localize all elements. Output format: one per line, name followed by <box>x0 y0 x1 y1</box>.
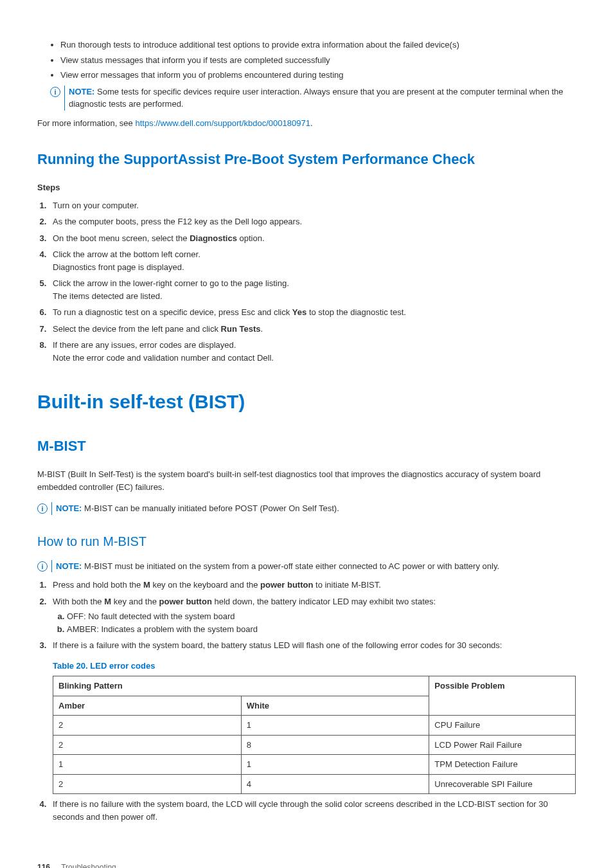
note-label: NOTE: <box>56 561 82 571</box>
step-text: option. <box>237 233 265 243</box>
cell-problem: CPU Failure <box>429 716 576 736</box>
col-problem: Possible Problem <box>429 676 576 716</box>
support-link[interactable]: https://www.dell.com/support/kbdoc/00018… <box>135 118 310 128</box>
step-text: With both the <box>53 597 104 606</box>
step-text: key and the <box>111 597 159 606</box>
step-text: Press and hold both the <box>53 580 143 590</box>
step-item: Press and hold both the M key on the key… <box>49 579 576 592</box>
more-info-suffix: . <box>310 118 313 128</box>
note-callout: i NOTE: M-BIST must be initiated on the … <box>37 560 576 573</box>
note-body: NOTE: M-BIST can be manually initiated b… <box>51 502 339 515</box>
list-item: Run thorough tests to introduce addition… <box>60 39 576 51</box>
step-item: If there is a failure with the system bo… <box>49 639 576 794</box>
step-item: If there is no failure with the system b… <box>49 798 576 823</box>
page-number: 116 <box>37 863 50 868</box>
info-icon: i <box>37 561 48 572</box>
footer-section: Troubleshooting <box>61 863 116 868</box>
note-label: NOTE: <box>69 87 94 96</box>
cell-problem: TPM Detection Failure <box>429 755 576 775</box>
intro-bullet-list: Run thorough tests to introduce addition… <box>37 39 576 82</box>
step-bold: Yes <box>292 307 306 317</box>
step-item: Click the arrow in the lower-right corne… <box>49 277 576 302</box>
table-row: 1 1 TPM Detection Failure <box>53 755 576 775</box>
step-extra: Note the error code and validation numbe… <box>53 353 274 363</box>
cell-white: 8 <box>241 735 429 755</box>
step-item: Turn on your computer. <box>49 199 576 212</box>
sub-step: AMBER: Indicates a problem with the syst… <box>67 623 576 636</box>
step-item: On the boot menu screen, select the Diag… <box>49 232 576 245</box>
note-text: M-BIST must be initiated on the system f… <box>82 561 499 571</box>
step-extra: Diagnostics front page is displayed. <box>53 262 184 272</box>
step-text: to initiate M-BIST. <box>313 580 380 590</box>
col-amber: Amber <box>53 696 242 716</box>
cell-white: 1 <box>241 755 429 775</box>
note-callout: i NOTE: M-BIST can be manually initiated… <box>37 502 576 515</box>
col-blinking: Blinking Pattern <box>53 676 429 696</box>
step-text: . <box>260 324 263 334</box>
step-bold: power button <box>260 580 313 590</box>
step-text: Click the arrow at the bottom left corne… <box>53 249 200 259</box>
info-icon: i <box>37 503 48 514</box>
table-header-row: Blinking Pattern Possible Problem <box>53 676 576 696</box>
step-text: Click the arrow in the lower-right corne… <box>53 278 289 288</box>
cell-problem: LCD Power Rail Failure <box>429 735 576 755</box>
note-callout: i NOTE: Some tests for specific devices … <box>50 86 576 111</box>
cell-amber: 2 <box>53 774 242 794</box>
cell-amber: 1 <box>53 755 242 775</box>
table-row: 2 8 LCD Power Rail Failure <box>53 735 576 755</box>
bist-heading: Built-in self-test (BIST) <box>37 387 576 416</box>
more-info-prefix: For more information, see <box>37 118 135 128</box>
cell-white: 4 <box>241 774 429 794</box>
led-error-table: Blinking Pattern Possible Problem Amber … <box>53 676 576 794</box>
step-text: If there is a failure with the system bo… <box>53 640 502 650</box>
mbist-heading: M-BIST <box>37 435 576 457</box>
note-text: M-BIST can be manually initiated before … <box>82 503 339 513</box>
step-bold: Run Tests <box>221 324 261 334</box>
cell-amber: 2 <box>53 716 242 736</box>
list-item: View error messages that inform you of p… <box>60 69 576 82</box>
steps-label: Steps <box>37 181 576 194</box>
table-row: 2 4 Unrecoverable SPI Failure <box>53 774 576 794</box>
step-item: To run a diagnostic test on a specific d… <box>49 306 576 319</box>
table-row: 2 1 CPU Failure <box>53 716 576 736</box>
note-text: Some tests for specific devices require … <box>69 87 564 109</box>
step-item: As the computer boots, press the F12 key… <box>49 215 576 228</box>
cell-problem: Unrecoverable SPI Failure <box>429 774 576 794</box>
step-bold: M <box>104 597 111 606</box>
note-body: NOTE: Some tests for specific devices re… <box>64 86 576 111</box>
col-white: White <box>241 696 429 716</box>
step-text: to stop the diagnostic test. <box>306 307 406 317</box>
step-text: Select the device from the left pane and… <box>53 324 221 334</box>
step-text: To run a diagnostic test on a specific d… <box>53 307 292 317</box>
sub-step: OFF: No fault detected with the system b… <box>67 610 576 623</box>
howto-heading: How to run M-BIST <box>37 532 576 551</box>
step-text: On the boot menu screen, select the <box>53 233 190 243</box>
step-bold: Diagnostics <box>190 233 237 243</box>
list-item: View status messages that inform you if … <box>60 54 576 67</box>
table-caption: Table 20. LED error codes <box>53 660 576 673</box>
step-item: Click the arrow at the bottom left corne… <box>49 248 576 273</box>
step-text: held down, the battery indicator LED may… <box>212 597 436 606</box>
info-icon: i <box>50 87 60 97</box>
step-extra: The items detected are listed. <box>53 291 163 301</box>
page-footer: 116 Troubleshooting <box>37 862 576 868</box>
step-text: key on the keyboard and the <box>150 580 260 590</box>
note-body: NOTE: M-BIST must be initiated on the sy… <box>51 560 499 573</box>
mbist-description: M-BIST (Built In Self-Test) is the syste… <box>37 468 576 493</box>
step-bold: power button <box>159 597 212 606</box>
howto-steps: Press and hold both the M key on the key… <box>37 579 576 823</box>
step-item: With both the M key and the power button… <box>49 595 576 636</box>
step-bold: M <box>143 580 150 590</box>
step-item: Select the device from the left pane and… <box>49 323 576 336</box>
more-info-paragraph: For more information, see https://www.de… <box>37 117 576 130</box>
supportassist-steps: Turn on your computer. As the computer b… <box>37 199 576 365</box>
sub-steps: OFF: No fault detected with the system b… <box>53 610 576 635</box>
supportassist-heading: Running the SupportAssist Pre-Boot Syste… <box>37 149 576 170</box>
step-item: If there are any issues, error codes are… <box>49 339 576 364</box>
note-label: NOTE: <box>56 503 82 513</box>
cell-white: 1 <box>241 716 429 736</box>
cell-amber: 2 <box>53 735 242 755</box>
step-text: If there are any issues, error codes are… <box>53 340 236 350</box>
